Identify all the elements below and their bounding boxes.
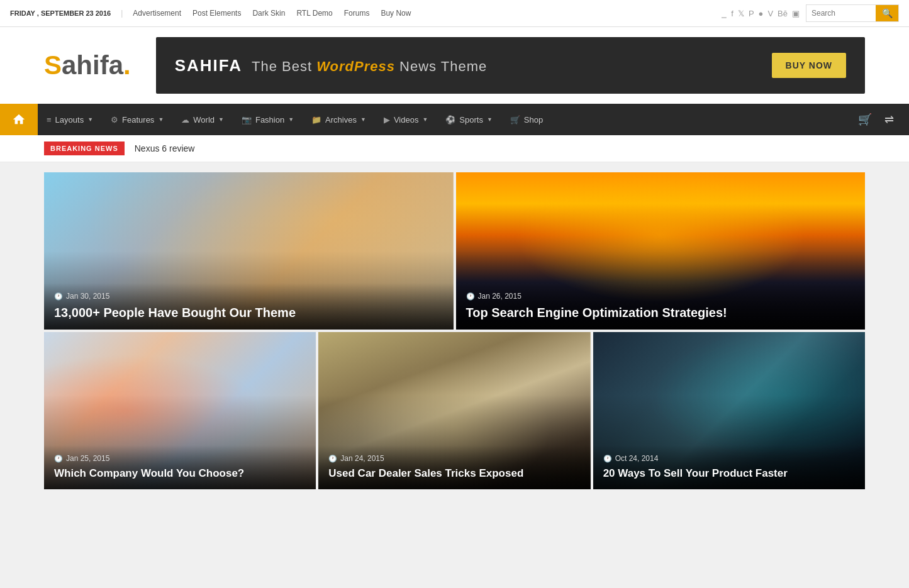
nav-item-sports[interactable]: ⚽ Sports ▼ [437,104,501,135]
article-car-date: Jan 24, 2015 [328,454,580,463]
article-server-overlay: Oct 24, 2014 20 Ways To Sell Your Produc… [593,445,865,489]
nav-right-controls: 🛒 ⇌ [853,104,909,135]
vimeo-icon[interactable]: V [767,9,773,18]
archives-icon: 📁 [311,115,321,125]
article-festival-overlay: Jan 30, 2015 13,000+ People Have Bought … [44,283,454,330]
world-icon: ☁ [181,115,189,125]
header: Sahifa. SAHIFA The Best WordPress News T… [0,27,909,104]
clock-icon-2 [466,292,475,301]
home-nav-button[interactable] [0,104,38,135]
nav-item-features[interactable]: ⚙ Features ▼ [102,104,172,135]
shop-icon: 🛒 [510,115,520,125]
instagram-icon[interactable]: ▣ [792,9,800,18]
videos-caret: ▼ [422,116,428,123]
article-robots-date: Jan 25, 2015 [54,454,306,463]
banner-brand: SAHIFA [175,56,242,75]
main-content: Jan 30, 2015 13,000+ People Have Bought … [0,162,909,508]
article-car[interactable]: Jan 24, 2015 Used Car Dealer Sales Trick… [318,332,590,489]
date-display: FRIDAY , SEPTEMBER 23 2016 [10,9,111,17]
top-bar-right: ⎯ f 𝕏 P ● V Bē ▣ 🔍 [722,4,899,22]
nav-label-fashion: Fashion [255,115,284,125]
article-car-overlay: Jan 24, 2015 Used Car Dealer Sales Trick… [318,445,590,489]
article-street-overlay: Jan 26, 2015 Top Search Engine Optimizat… [456,283,866,330]
article-car-title: Used Car Dealer Sales Tricks Exposed [328,467,580,480]
nav-item-fashion[interactable]: 📷 Fashion ▼ [233,104,303,135]
top-link-rtl-demo[interactable]: RTL Demo [296,9,332,18]
search-input[interactable] [806,5,876,21]
features-icon: ⚙ [111,115,118,125]
clock-icon-5 [603,454,612,463]
top-link-post-elements[interactable]: Post Elements [192,9,241,18]
article-server-date: Oct 24, 2014 [603,454,855,463]
features-caret: ▼ [158,116,164,123]
article-robots[interactable]: Jan 25, 2015 Which Company Would You Cho… [44,332,316,489]
top-link-advertisement[interactable]: Advertisement [133,9,181,18]
search-button[interactable]: 🔍 [876,4,898,22]
article-street-title: Top Search Engine Optimization Strategie… [466,304,856,321]
pinterest-icon[interactable]: P [749,9,754,18]
rss-icon[interactable]: ⎯ [722,9,727,18]
sports-caret: ▼ [487,116,493,123]
nav-item-world[interactable]: ☁ World ▼ [172,104,233,135]
fashion-icon: 📷 [242,115,252,125]
top-link-forums[interactable]: Forums [344,9,370,18]
nav-label-features: Features [122,115,154,125]
top-nav-links: Advertisement Post Elements Dark Skin RT… [133,9,411,18]
banner-buy-button[interactable]: BUY NOW [772,53,846,78]
logo-s: S [44,50,62,80]
article-server[interactable]: Oct 24, 2014 20 Ways To Sell Your Produc… [593,332,865,489]
secondary-articles-grid: Jan 25, 2015 Which Company Would You Cho… [44,332,865,489]
layouts-caret: ▼ [87,116,93,123]
divider: | [121,9,123,18]
nav-label-world: World [193,115,215,125]
top-link-buy-now[interactable]: Buy Now [381,9,411,18]
article-festival-title: 13,000+ People Have Bought Our Theme [54,304,443,321]
nav-label-videos: Videos [394,115,419,125]
twitter-icon[interactable]: 𝕏 [738,9,744,18]
article-street[interactable]: Jan 26, 2015 Top Search Engine Optimizat… [456,172,866,330]
fashion-caret: ▼ [288,116,294,123]
nav-bar: ≡ Layouts ▼ ⚙ Features ▼ ☁ World ▼ 📷 Fas… [0,104,909,135]
nav-item-videos[interactable]: ▶ Videos ▼ [375,104,437,135]
clock-icon-3 [54,454,63,463]
search-bar[interactable]: 🔍 [806,4,899,22]
banner-ad: SAHIFA The Best WordPress News Theme BUY… [156,37,865,94]
nav-item-archives[interactable]: 📁 Archives ▼ [303,104,375,135]
article-street-date: Jan 26, 2015 [466,292,856,301]
article-robots-title: Which Company Would You Choose? [54,467,306,480]
breaking-text[interactable]: Nexus 6 review [135,143,195,153]
banner-tagline: The Best WordPress News Theme [247,58,487,74]
article-robots-overlay: Jan 25, 2015 Which Company Would You Cho… [44,445,316,489]
article-festival[interactable]: Jan 30, 2015 13,000+ People Have Bought … [44,172,454,330]
nav-label-shop: Shop [524,115,543,125]
nav-label-sports: Sports [459,115,483,125]
breaking-label: Breaking News [44,141,125,155]
logo[interactable]: Sahifa. [44,50,131,80]
world-caret: ▼ [218,116,224,123]
featured-articles-grid: Jan 30, 2015 13,000+ People Have Bought … [44,172,865,330]
facebook-icon[interactable]: f [731,9,733,18]
dribbble-icon[interactable]: ● [759,9,764,18]
behance-icon[interactable]: Bē [778,9,788,18]
cart-button[interactable]: 🛒 [853,109,877,130]
nav-label-archives: Archives [325,115,357,125]
sports-icon: ⚽ [445,115,455,125]
home-icon [12,113,26,126]
nav-item-layouts[interactable]: ≡ Layouts ▼ [38,104,102,135]
logo-dot: . [123,50,131,80]
social-icons: ⎯ f 𝕏 P ● V Bē ▣ [722,9,800,18]
shuffle-button[interactable]: ⇌ [879,109,899,130]
article-festival-date: Jan 30, 2015 [54,292,443,301]
layouts-icon: ≡ [47,115,52,125]
clock-icon-1 [54,292,63,301]
archives-caret: ▼ [360,116,366,123]
nav-label-layouts: Layouts [55,115,84,125]
clock-icon-4 [328,454,337,463]
breaking-news-bar: Breaking News Nexus 6 review [0,135,909,162]
banner-text: SAHIFA The Best WordPress News Theme [175,56,488,75]
top-link-dark-skin[interactable]: Dark Skin [252,9,285,18]
article-server-title: 20 Ways To Sell Your Product Faster [603,467,855,480]
nav-links: ≡ Layouts ▼ ⚙ Features ▼ ☁ World ▼ 📷 Fas… [38,104,853,135]
videos-icon: ▶ [384,115,390,125]
nav-item-shop[interactable]: 🛒 Shop [501,104,552,135]
